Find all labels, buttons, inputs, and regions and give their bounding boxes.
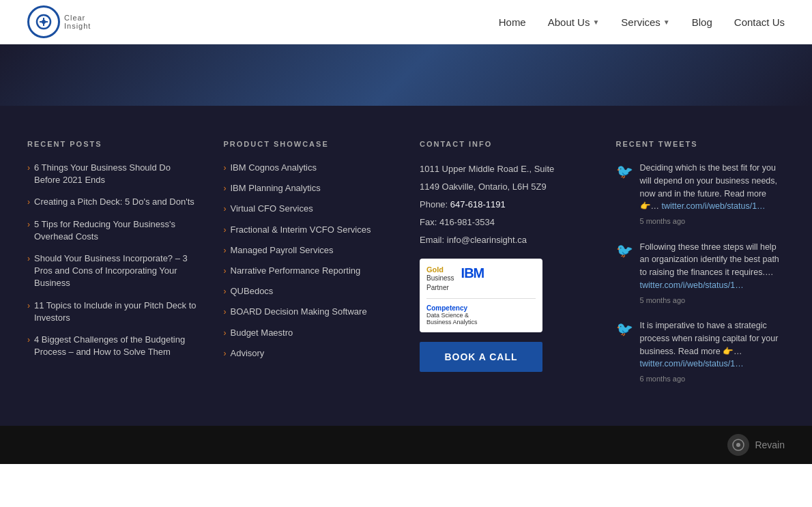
ibm-gold-text: Gold <box>426 265 454 274</box>
list-item: ›11 Topics to Include in your Pitch Deck… <box>27 300 197 324</box>
nav-services-link[interactable]: Services <box>621 16 661 28</box>
book-call-button[interactable]: BOOK A CALL <box>420 342 542 372</box>
arrow-icon: › <box>224 184 227 193</box>
revain-label: Revain <box>755 439 785 450</box>
arrow-icon: › <box>224 328 227 338</box>
arrow-icon: › <box>224 266 227 276</box>
footer-main: Recent Posts ›6 Things Your Business Sho… <box>0 106 812 426</box>
contact-info-section: Contact Info 1011 Upper Middle Road E., … <box>420 140 589 399</box>
address-line1: 1011 Upper Middle Road E., Suite <box>420 162 589 177</box>
ibm-badge: Gold Business Partner IBM Competency Dat… <box>420 259 542 332</box>
recent-tweets-heading: Recent Tweets <box>616 140 785 148</box>
tweet-item: 🐦 Deciding which is the best fit for you… <box>616 162 785 227</box>
post-link[interactable]: 11 Topics to Include in your Pitch Deck … <box>34 300 197 324</box>
twitter-icon: 🐦 <box>616 321 633 337</box>
post-link[interactable]: Should Your Business Incorporate? – 3 Pr… <box>34 252 197 290</box>
svg-point-5 <box>736 443 740 447</box>
contact-info-heading: Contact Info <box>420 140 589 148</box>
tweet-link[interactable]: twitter.com/i/web/status/1… <box>640 359 744 368</box>
email-link[interactable]: info@clearinsight.ca <box>447 235 527 245</box>
arrow-icon: › <box>27 163 30 173</box>
product-showcase-heading: Product Showcase <box>224 140 393 148</box>
phone-number: 647-618-1191 <box>450 199 506 209</box>
product-link[interactable]: Advisory <box>231 347 265 360</box>
product-link[interactable]: Budget Maestro <box>231 327 293 339</box>
tweet-link[interactable]: twitter.com/i/web/status/1… <box>640 280 744 290</box>
list-item: ›Virtual CFO Services <box>224 203 393 215</box>
recent-posts-section: Recent Posts ›6 Things Your Business Sho… <box>27 140 197 399</box>
services-chevron-icon: ▼ <box>663 18 670 26</box>
nav-home[interactable]: Home <box>499 16 526 28</box>
recent-tweets-section: Recent Tweets 🐦 Deciding which is the be… <box>616 140 785 399</box>
arrow-icon: › <box>224 163 227 173</box>
tweet-content: Deciding which is the best fit for you w… <box>640 162 785 227</box>
product-link[interactable]: Virtual CFO Services <box>231 203 313 215</box>
arrow-icon: › <box>224 287 227 296</box>
hero-strip <box>0 44 812 106</box>
list-item: ›Budget Maestro <box>224 327 393 339</box>
fax-line: Fax: 416-981-3534 <box>420 215 589 230</box>
arrow-icon: › <box>27 335 30 345</box>
recent-posts-list: ›6 Things Your Business Should Do Before… <box>27 162 197 358</box>
footer-bottom: Revain <box>0 426 812 464</box>
post-link[interactable]: 6 Things Your Business Should Do Before … <box>34 162 197 186</box>
nav-about[interactable]: About Us ▼ <box>548 16 600 28</box>
tweets-list: 🐦 Deciding which is the best fit for you… <box>616 162 785 385</box>
ibm-partner-text: Business Partner <box>426 274 454 293</box>
tweet-content: It is imperative to have a strategic pro… <box>640 319 785 385</box>
navbar: Clear Insight Home About Us ▼ Services ▼… <box>0 0 812 44</box>
nav-about-link[interactable]: About Us <box>548 16 590 28</box>
product-link[interactable]: QUBedocs <box>231 285 274 298</box>
tweet-content: Following these three steps will help an… <box>640 241 785 306</box>
post-link[interactable]: Creating a Pitch Deck: 5 Do's and Don'ts <box>34 196 194 208</box>
product-link[interactable]: Fractional & Interim VCFO Services <box>231 224 371 236</box>
list-item: ›Managed Payroll Services <box>224 244 393 257</box>
nav-links: Home About Us ▼ Services ▼ Blog Contact … <box>499 16 785 28</box>
post-link[interactable]: 4 Biggest Challenges of the Budgeting Pr… <box>34 334 197 358</box>
tweet-age: 5 months ago <box>640 216 785 227</box>
arrow-icon: › <box>27 254 30 263</box>
about-chevron-icon: ▼ <box>592 18 599 26</box>
product-link[interactable]: IBM Cognos Analytics <box>231 162 317 174</box>
list-item: ›Advisory <box>224 347 393 360</box>
logo: Clear Insight <box>27 5 91 38</box>
post-link[interactable]: 5 Tips for Reducing Your Business's Over… <box>34 218 197 243</box>
arrow-icon: › <box>224 349 227 358</box>
product-link[interactable]: BOARD Decision Making Software <box>231 306 367 318</box>
list-item: ›Creating a Pitch Deck: 5 Do's and Don't… <box>27 196 197 208</box>
nav-services[interactable]: Services ▼ <box>621 16 669 28</box>
tweet-age: 6 months ago <box>640 373 785 385</box>
tweet-link[interactable]: twitter.com/i/web/status/1… <box>661 201 765 211</box>
twitter-icon: 🐦 <box>616 163 633 179</box>
arrow-icon: › <box>224 204 227 214</box>
list-item: ›4 Biggest Challenges of the Budgeting P… <box>27 334 197 358</box>
phone-label: Phone: <box>420 199 448 209</box>
tweet-item: 🐦 It is imperative to have a strategic p… <box>616 319 785 385</box>
arrow-icon: › <box>27 301 30 310</box>
product-link[interactable]: IBM Planning Analytics <box>231 182 321 194</box>
product-showcase-list: ›IBM Cognos Analytics›IBM Planning Analy… <box>224 162 393 360</box>
address-line2: 1149 Oakville, Ontario, L6H 5Z9 <box>420 179 589 194</box>
list-item: ›Fractional & Interim VCFO Services <box>224 224 393 236</box>
arrow-icon: › <box>224 307 227 317</box>
arrow-icon: › <box>27 197 30 207</box>
nav-blog[interactable]: Blog <box>692 16 712 28</box>
revain-icon <box>727 434 749 456</box>
nav-contact[interactable]: Contact Us <box>734 16 785 28</box>
product-link[interactable]: Managed Payroll Services <box>231 244 334 257</box>
logo-icon <box>27 5 60 38</box>
list-item: ›Should Your Business Incorporate? – 3 P… <box>27 252 197 290</box>
ibm-logo: IBM <box>461 265 484 281</box>
email-line: Email: info@clearinsight.ca <box>420 233 589 248</box>
arrow-icon: › <box>27 220 30 229</box>
tweet-item: 🐦 Following these three steps will help … <box>616 241 785 306</box>
recent-posts-heading: Recent Posts <box>27 140 197 148</box>
list-item: ›Narrative Performance Reporting <box>224 265 393 277</box>
phone-line: Phone: 647-618-1191 <box>420 197 589 212</box>
product-link[interactable]: Narrative Performance Reporting <box>231 265 361 277</box>
fax-number: 416-981-3534 <box>439 217 495 227</box>
email-label: Email: <box>420 235 444 245</box>
product-showcase-section: Product Showcase ›IBM Cognos Analytics›I… <box>224 140 393 399</box>
ibm-competency: Competency Data Science & Business Analy… <box>426 304 478 325</box>
revain-branding: Revain <box>727 434 785 456</box>
